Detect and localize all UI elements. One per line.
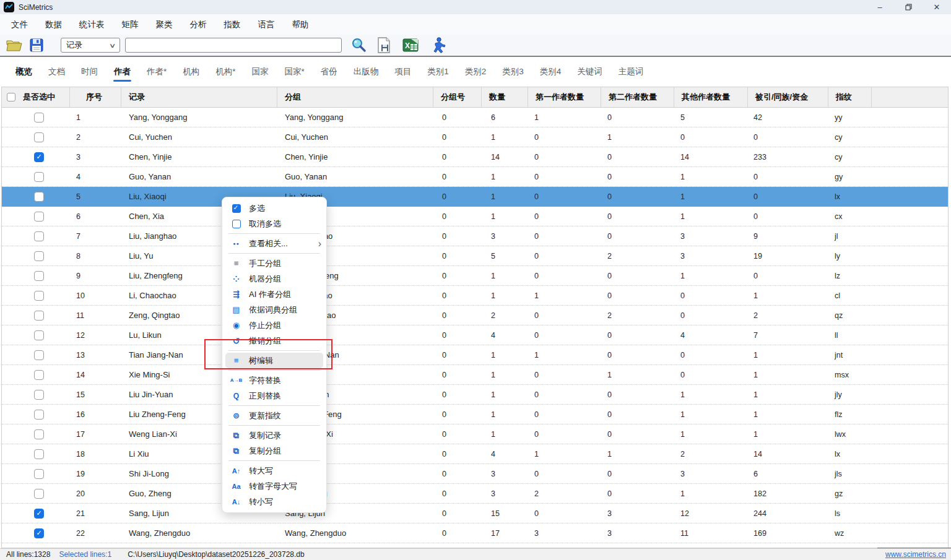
search-icon[interactable]: [350, 37, 367, 53]
row-checkbox[interactable]: [34, 271, 44, 281]
minimize-button[interactable]: –: [866, 0, 894, 14]
menubar-item[interactable]: 分析: [181, 14, 215, 35]
table-row[interactable]: 13 Tian Jiang-Nan Tian Jiang-Nan 0 1 1 0…: [2, 345, 948, 365]
menubar-item[interactable]: 语言: [250, 14, 284, 35]
context-menu-item-undo-group[interactable]: ↺ 撤销分组: [222, 333, 326, 348]
row-checkbox[interactable]: [34, 469, 44, 479]
context-menu-item-machine-group[interactable]: ⁘ 机器分组: [222, 271, 326, 286]
open-folder-icon[interactable]: [6, 38, 22, 52]
select-all-checkbox[interactable]: [7, 93, 15, 101]
tab-作者[interactable]: 作者: [106, 57, 139, 87]
row-checkbox[interactable]: [34, 251, 44, 261]
row-checkbox[interactable]: [34, 291, 44, 301]
table-row[interactable]: 10 Li, Chaochao Li, Chaochao 0 1 1 0 0 1…: [2, 286, 948, 306]
context-menu-item-stop-group[interactable]: ◉ 停止分组: [222, 317, 326, 333]
table-row[interactable]: 22 Wang, Zhengduo Wang, Zhengduo 0 17 3 …: [2, 523, 948, 543]
context-menu-item-view-related[interactable]: ●● 查看相关... ›: [222, 236, 326, 251]
context-menu-item-regex-replace[interactable]: Q 正则替换: [222, 388, 326, 403]
record-type-combobox[interactable]: 记录 ∨: [61, 38, 120, 53]
context-menu-item-update-fingerprint[interactable]: ⊚ 更新指纹: [222, 408, 326, 423]
tab-项目[interactable]: 项目: [386, 57, 419, 87]
row-checkbox[interactable]: [34, 113, 44, 123]
table-row[interactable]: 21 Sang, Lijun Sang, Lijun 0 15 0 3 12 2…: [2, 504, 948, 523]
row-checkbox[interactable]: [34, 390, 44, 400]
tab-关键词[interactable]: 关键词: [569, 57, 610, 87]
table-row[interactable]: 11 Zeng, Qingtao Zeng, Qingtao 0 2 0 2 0…: [2, 306, 948, 325]
context-menu-item-to-uppercase[interactable]: A↑ 转大写: [222, 463, 326, 478]
row-checkbox[interactable]: [34, 509, 44, 519]
table-row[interactable]: 9 Liu, Zhengfeng Liu, Zhengfeng 0 1 0 0 …: [2, 266, 948, 286]
tab-作者*[interactable]: 作者*: [139, 57, 175, 87]
row-checkbox[interactable]: [34, 330, 44, 340]
menubar-item[interactable]: 指数: [215, 14, 250, 35]
row-checkbox[interactable]: [34, 429, 44, 439]
tab-出版物[interactable]: 出版物: [345, 57, 387, 87]
menubar-item[interactable]: 帮助: [284, 14, 318, 35]
context-menu-item-multi-select[interactable]: 多选: [222, 200, 326, 216]
menubar-item[interactable]: 统计表: [71, 14, 113, 35]
context-menu-item-cancel-multi-select[interactable]: 取消多选: [222, 216, 326, 231]
context-menu-item-char-replace[interactable]: A→B 字符替换: [222, 373, 326, 388]
tab-类别4[interactable]: 类别4: [532, 57, 570, 87]
table-row[interactable]: 14 Xie Ming-Si Xie Ming-Si 0 1 0 1 0 1 m…: [2, 365, 948, 385]
row-checkbox[interactable]: [34, 172, 44, 182]
save-icon[interactable]: [30, 38, 43, 52]
menubar-item[interactable]: 文件: [2, 14, 37, 35]
row-checkbox[interactable]: [34, 231, 44, 241]
tab-省份[interactable]: 省份: [313, 57, 345, 87]
table-row[interactable]: 18 Li Xiu Li Xiu 0 4 1 1 2 14 lx: [2, 444, 948, 464]
row-checkbox[interactable]: [34, 528, 44, 538]
table-row[interactable]: 1 Yang, Yonggang Yang, Yonggang 0 6 1 0 …: [2, 108, 948, 127]
context-menu-item-ai-author-group[interactable]: ⇶ AI 作者分组: [222, 286, 326, 302]
row-checkbox[interactable]: [34, 410, 44, 420]
table-row[interactable]: 19 Shi Ji-Long Shi Ji-Long 0 3 0 0 3 6 j…: [2, 464, 948, 484]
run-icon[interactable]: [431, 37, 446, 53]
menubar-item[interactable]: 聚类: [147, 14, 181, 35]
save-record-icon[interactable]: [376, 37, 391, 53]
export-excel-icon[interactable]: X: [402, 38, 419, 53]
row-checkbox[interactable]: [34, 192, 44, 202]
table-row[interactable]: 8 Liu, Yu Liu, Yu 0 5 0 2 3 19 ly: [2, 246, 948, 266]
close-button[interactable]: ✕: [923, 0, 951, 14]
row-checkbox[interactable]: [34, 350, 44, 360]
row-checkbox[interactable]: [34, 212, 44, 222]
table-row[interactable]: 16 Liu Zheng-Feng Liu Zheng-Feng 0 1 0 0…: [2, 405, 948, 424]
row-checkbox[interactable]: [34, 311, 44, 321]
table-row[interactable]: 5 Liu, Xiaoqi Liu, Xiaoqi 0 1 0 0 1 0 lx: [2, 187, 948, 207]
tab-国家[interactable]: 国家: [244, 57, 277, 87]
website-link[interactable]: www.scimetrics.cn: [885, 550, 946, 559]
context-menu-item-tree-edit[interactable]: ≡ 树编辑: [225, 353, 323, 368]
tab-国家*[interactable]: 国家*: [277, 57, 313, 87]
restore-button[interactable]: [894, 0, 923, 14]
context-menu-item-copy-record[interactable]: ⧉ 复制记录: [222, 428, 326, 443]
table-row[interactable]: 7 Liu, Jianghao Liu, Jianghao 0 3 0 0 3 …: [2, 226, 948, 246]
tab-机构*[interactable]: 机构*: [207, 57, 243, 87]
menubar-item[interactable]: 数据: [37, 14, 71, 35]
tab-机构[interactable]: 机构: [175, 57, 207, 87]
row-checkbox[interactable]: [34, 132, 44, 142]
tab-类别3[interactable]: 类别3: [494, 57, 532, 87]
row-checkbox[interactable]: [34, 152, 44, 162]
table-row[interactable]: 6 Chen, Xia Chen, Xia 0 1 0 0 1 0 cx: [2, 207, 948, 226]
tab-主题词[interactable]: 主题词: [610, 57, 652, 87]
table-row[interactable]: 17 Weng Lian-Xi Weng Lian-Xi 0 1 0 0 1 1…: [2, 424, 948, 444]
table-row[interactable]: 12 Lu, Likun Lu, Likun 0 4 0 0 4 7 ll: [2, 325, 948, 345]
table-row[interactable]: 4 Guo, Yanan Guo, Yanan 0 1 0 0 1 0 gy: [2, 167, 948, 187]
tab-类别2[interactable]: 类别2: [457, 57, 495, 87]
table-row[interactable]: 2 Cui, Yuchen Cui, Yuchen 0 1 0 1 0 0 cy: [2, 127, 948, 147]
context-menu-item-dictionary-group[interactable]: ▤ 依据词典分组: [222, 302, 326, 317]
row-checkbox[interactable]: [34, 370, 44, 380]
context-menu-item-capitalize[interactable]: Aa 转首字母大写: [222, 478, 326, 494]
menubar-item[interactable]: 矩阵: [113, 14, 147, 35]
row-checkbox[interactable]: [34, 449, 44, 459]
table-row[interactable]: 20 Guo, Zheng Guo, Zheng 0 3 2 0 1 182 g…: [2, 484, 948, 504]
table-row[interactable]: 3 Chen, Yinjie Chen, Yinjie 0 14 0 0 14 …: [2, 147, 948, 167]
context-menu-item-copy-group[interactable]: ⧉ 复制分组: [222, 443, 326, 459]
tab-类别1[interactable]: 类别1: [419, 57, 457, 87]
search-input[interactable]: [125, 38, 342, 53]
context-menu-item-to-lowercase[interactable]: A↓ 转小写: [222, 494, 326, 509]
tab-文档[interactable]: 文档: [40, 57, 73, 87]
context-menu-item-manual-group[interactable]: ≡ 手工分组: [222, 256, 326, 271]
table-row[interactable]: 15 Liu Jin-Yuan Liu Jin-Yuan 0 1 0 0 1 1…: [2, 385, 948, 405]
tab-概览[interactable]: 概览: [7, 57, 40, 87]
